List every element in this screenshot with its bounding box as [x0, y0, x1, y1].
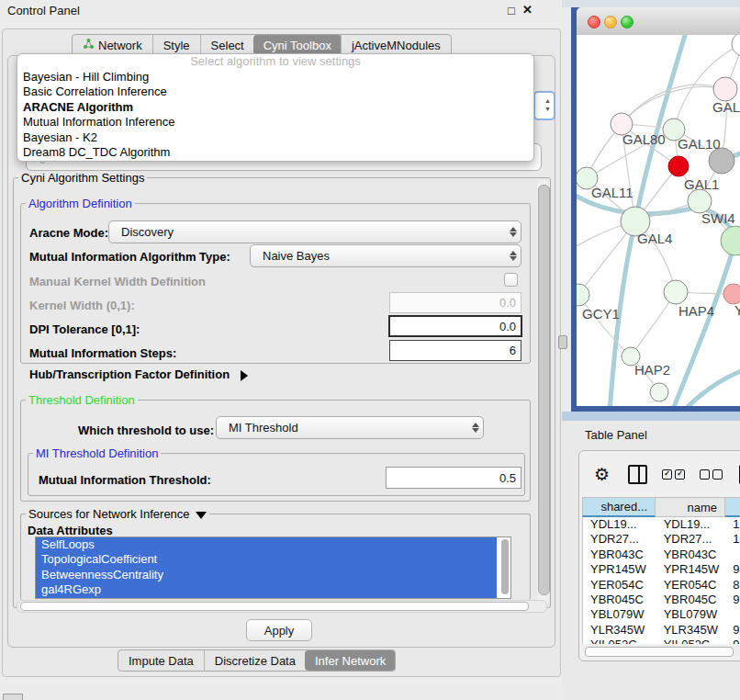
tab-jactivemnodules[interactable]: jActiveMNodules: [341, 35, 451, 55]
bottom-left-partial-button[interactable]: [3, 694, 23, 700]
splitpane-handle[interactable]: [558, 335, 567, 349]
column-header[interactable]: A: [725, 497, 740, 517]
table-horizontal-scrollbar[interactable]: [583, 646, 740, 656]
table-cell: YDL19...: [583, 517, 656, 532]
table-row[interactable]: YDL19...YDL19...13: [583, 517, 740, 532]
deselect-all-checkboxes-icon[interactable]: [700, 469, 723, 480]
collapse-down-icon[interactable]: [196, 512, 207, 519]
network-node-hap4[interactable]: [664, 280, 688, 304]
attribute-item[interactable]: SelfLoops: [36, 537, 497, 552]
algorithm-option[interactable]: Dream8 DC_TDC Algorithm: [17, 145, 533, 160]
column-header[interactable]: shared...: [582, 497, 656, 517]
algorithm-option[interactable]: Bayesian - K2: [17, 130, 533, 145]
network-node-gcy1[interactable]: [577, 284, 589, 306]
table-row[interactable]: YBL079WYBL079W: [583, 607, 740, 622]
manual-kernel-width-checkbox[interactable]: [504, 273, 518, 287]
list-vscroll-thumb[interactable]: [501, 539, 509, 594]
mi-steps-field[interactable]: 6: [389, 340, 521, 361]
spinner-up-icon: ▲: [544, 97, 551, 104]
table-cell: YLR345W: [656, 623, 726, 638]
settings-hscroll-thumb[interactable]: [20, 602, 529, 611]
dpi-tolerance-field[interactable]: 0.0: [388, 315, 522, 337]
table-cell: YDL19...: [656, 517, 726, 532]
attribute-item[interactable]: gal4RGexp: [36, 582, 497, 597]
combo-stepper-icon: [506, 227, 521, 237]
sources-title: Sources for Network Inference: [26, 507, 209, 521]
which-threshold-select[interactable]: MI Threshold: [216, 416, 484, 439]
table-cell: YBL079W: [656, 607, 726, 622]
table-cell: 9.: [725, 593, 740, 607]
algorithm-dropdown-popup: Select algorithm to view settings Bayesi…: [17, 53, 534, 162]
network-node[interactable]: [650, 383, 668, 401]
tab-network[interactable]: Network: [73, 35, 152, 55]
table-cell: YBR045C: [656, 593, 726, 607]
table-cell: YPR145W: [583, 562, 656, 577]
node-label: HAP4: [678, 303, 714, 319]
table-row[interactable]: YPR145WYPR145W9.: [583, 562, 740, 577]
algorithm-option[interactable]: Basic Correlation Inference: [17, 85, 533, 99]
aracne-mode-select[interactable]: Discovery: [108, 220, 521, 243]
tab-label: Discretize Data: [215, 654, 296, 668]
column-header[interactable]: name: [656, 497, 725, 517]
node-label: GCY1: [582, 306, 620, 322]
hub-definition-expander[interactable]: Hub/Transcription Factor Definition: [29, 367, 248, 381]
network-node[interactable]: [709, 148, 734, 174]
table-cell: 12: [725, 532, 740, 547]
apply-button[interactable]: Apply: [246, 619, 312, 641]
spinner-fragment[interactable]: ▲ ▼: [533, 91, 555, 120]
node-label: GAL4: [637, 231, 672, 246]
network-node-gal[interactable]: [713, 77, 737, 101]
node-table: shared...nameA YDL19...YDL19...13YDR27..…: [582, 497, 740, 644]
tab-label: Select: [211, 39, 244, 52]
settings-horizontal-scrollbar[interactable]: [17, 600, 547, 613]
close-panel-icon[interactable]: ✕: [522, 3, 533, 17]
node-label: GAL: [712, 99, 740, 115]
attribute-item[interactable]: TopologicalCoefficient: [36, 552, 497, 567]
table-row[interactable]: YBR043CYBR043C: [583, 548, 740, 562]
data-attributes-list[interactable]: SelfLoopsTopologicalCoefficientBetweenne…: [35, 536, 511, 599]
tab-impute-data[interactable]: Impute Data: [118, 650, 204, 671]
mi-threshold-field[interactable]: 0.5: [386, 467, 521, 489]
tab-discretize-data[interactable]: Discretize Data: [204, 650, 306, 671]
algorithm-placeholder: Select algorithm to view settings: [17, 54, 533, 70]
table-row[interactable]: YLR345WYLR345W9.: [583, 623, 740, 638]
algorithm-option[interactable]: Mutual Information Inference: [17, 115, 533, 130]
select-all-checkboxes-icon[interactable]: ✓✓: [662, 469, 685, 480]
desktop-top-strip: [562, 0, 740, 7]
network-node-swi4[interactable]: [721, 226, 740, 255]
tab-style[interactable]: Style: [152, 35, 200, 55]
network-icon: [83, 38, 95, 52]
network-graph[interactable]: GALGAL80GAL10GAL1GAL11SWI4GAL4GCY1HAP4YH…: [577, 35, 740, 406]
gear-icon[interactable]: ⚙: [594, 466, 610, 483]
table-hscroll-thumb[interactable]: [585, 647, 734, 657]
algorithm-option[interactable]: Bayesian - Hill Climbing: [17, 70, 533, 85]
algorithm-option[interactable]: ARACNE Algorithm: [17, 100, 533, 115]
tab-select[interactable]: Select: [200, 35, 254, 55]
attribute-item[interactable]: BetweennessCentrality: [36, 568, 497, 582]
tab-cyni-toolbox[interactable]: Cyni Toolbox: [253, 35, 342, 55]
float-panel-icon[interactable]: □: [508, 4, 515, 17]
table-row[interactable]: YDR27...YDR27...12: [583, 532, 740, 547]
tab-infer-network[interactable]: Infer Network: [305, 650, 396, 671]
zoom-traffic-light-icon[interactable]: [621, 16, 633, 28]
settings-vertical-scrollbar[interactable]: [537, 180, 549, 604]
mi-algorithm-type-select[interactable]: Naive Bayes: [250, 244, 521, 267]
table-row[interactable]: YIL052CYIL052C9: [583, 638, 740, 644]
network-node[interactable]: [732, 35, 740, 56]
minimize-traffic-light-icon[interactable]: [604, 16, 617, 28]
table-row[interactable]: YBR045CYBR045C9.: [583, 593, 740, 607]
network-window-titlebar[interactable]: [577, 7, 740, 36]
table-panel-title: Table Panel: [585, 428, 647, 442]
table-cell: YER054C: [656, 578, 726, 593]
network-node-y[interactable]: [723, 284, 740, 304]
dpi-tolerance-label: DPI Tolerance [0,1]:: [29, 322, 140, 336]
table-header-row: shared...nameA: [582, 497, 740, 517]
close-traffic-light-icon[interactable]: [588, 16, 600, 28]
network-canvas[interactable]: GALGAL80GAL10GAL1GAL11SWI4GAL4GCY1HAP4YH…: [577, 35, 740, 406]
aracne-mode-value: Discovery: [109, 225, 506, 239]
settings-vscroll-thumb[interactable]: [538, 185, 550, 595]
columns-icon[interactable]: [628, 465, 647, 484]
network-node[interactable]: [668, 156, 689, 176]
table-row[interactable]: YER054CYER054C8.: [583, 578, 740, 593]
kernel-width-field[interactable]: 0.0: [389, 292, 521, 313]
